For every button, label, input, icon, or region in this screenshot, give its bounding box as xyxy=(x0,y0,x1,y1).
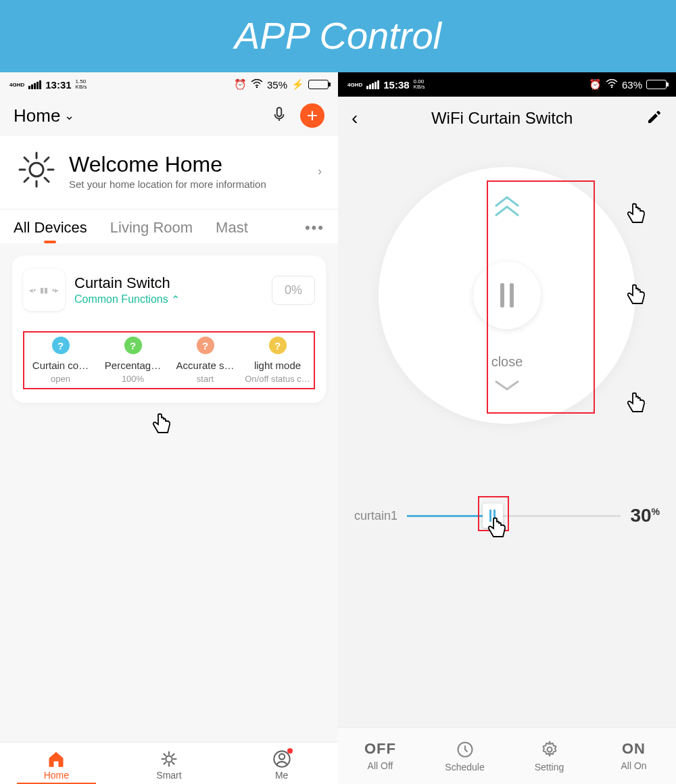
device-card[interactable]: ◂•▮▮•▸ Curtain Switch Common Functions⌃ … xyxy=(12,255,326,403)
battery-icon xyxy=(308,80,329,89)
tab-master[interactable]: Mast xyxy=(216,219,248,237)
page-title: WiFi Curtain Switch xyxy=(431,109,573,128)
status-bar: 4GHD 15:38 0.00KB/s ⏰ 63% xyxy=(338,72,676,97)
percent-badge[interactable]: 0% xyxy=(272,276,315,305)
nav-smart[interactable]: Smart xyxy=(113,743,226,784)
back-button[interactable]: ‹ xyxy=(352,107,358,129)
battery-percent: 63% xyxy=(622,79,642,91)
svg-line-7 xyxy=(24,157,28,162)
slider-percent: 30% xyxy=(630,505,660,526)
highlight-box xyxy=(487,180,595,414)
more-tabs-icon[interactable]: ••• xyxy=(305,219,324,237)
svg-line-10 xyxy=(24,178,28,182)
welcome-sub: Set your home location for more informat… xyxy=(69,178,318,190)
svg-point-22 xyxy=(611,86,612,87)
mic-icon[interactable] xyxy=(270,105,288,126)
svg-point-2 xyxy=(30,163,43,176)
curtain-slider[interactable] xyxy=(407,515,621,517)
tab-all-devices[interactable]: All Devices xyxy=(14,219,87,237)
svg-point-11 xyxy=(166,756,172,762)
svg-line-19 xyxy=(164,762,166,764)
device-thumbnail: ◂•▮▮•▸ xyxy=(23,269,65,311)
status-time: 13:31 xyxy=(45,79,71,91)
svg-rect-1 xyxy=(277,107,282,116)
device-control-screen: 4GHD 15:38 0.00KB/s ⏰ 63% ‹ WiFi Curtain… xyxy=(338,72,676,784)
weather-card[interactable]: Welcome Home Set your home location for … xyxy=(0,136,338,210)
setting-button[interactable]: Setting xyxy=(507,740,592,773)
chevron-up-icon: ⌃ xyxy=(171,293,180,306)
tap-hand-icon xyxy=(147,411,174,438)
sun-icon xyxy=(16,149,57,193)
battery-icon xyxy=(646,80,667,89)
svg-line-8 xyxy=(45,178,49,182)
function-percentage[interactable]: ?Percentag…100% xyxy=(97,337,169,384)
functions-row: ?Curtain co…open ?Percentag…100% ?Accura… xyxy=(23,331,315,389)
svg-point-21 xyxy=(279,754,285,759)
alarm-icon: ⏰ xyxy=(234,78,247,91)
slider-label: curtain1 xyxy=(354,509,397,523)
bottom-nav: Home Smart Me xyxy=(0,742,338,784)
schedule-button[interactable]: Schedule xyxy=(422,740,507,773)
all-off-button[interactable]: OFFAll Off xyxy=(338,740,422,773)
chevron-down-icon: ⌄ xyxy=(64,108,74,123)
chevron-right-icon: › xyxy=(318,164,322,178)
status-time: 15:38 xyxy=(383,79,409,91)
function-curtain-control[interactable]: ?Curtain co…open xyxy=(24,337,97,384)
welcome-title: Welcome Home xyxy=(69,152,318,177)
bottom-actions: OFFAll Off Schedule Setting ONAll On xyxy=(338,727,676,784)
wifi-icon xyxy=(606,79,618,91)
function-light-mode[interactable]: ?light modeOn/off status c… xyxy=(241,337,314,384)
alarm-icon: ⏰ xyxy=(589,78,602,91)
edit-icon[interactable] xyxy=(646,109,662,128)
tap-hand-icon xyxy=(622,390,649,417)
add-button[interactable]: + xyxy=(300,103,324,128)
common-functions-toggle[interactable]: Common Functions⌃ xyxy=(74,293,272,306)
notification-dot-icon xyxy=(287,748,293,754)
highlight-box xyxy=(478,496,509,531)
svg-point-0 xyxy=(256,86,258,87)
home-screen: 4GHD 13:31 1.50KB/s ⏰ 35% ⚡ Home ⌄ + xyxy=(0,72,338,784)
tap-hand-icon xyxy=(622,201,649,228)
room-tabs: All Devices Living Room Mast ••• xyxy=(0,210,338,243)
svg-line-17 xyxy=(172,762,174,764)
banner-title: APP Control xyxy=(0,0,676,72)
nav-me[interactable]: Me xyxy=(225,743,338,784)
all-on-button[interactable]: ONAll On xyxy=(592,740,676,773)
battery-percent: 35% xyxy=(267,79,287,91)
network-label: 4GHD xyxy=(9,82,24,88)
svg-point-24 xyxy=(547,748,552,752)
home-dropdown[interactable]: Home ⌄ xyxy=(14,105,74,126)
wifi-icon xyxy=(251,79,263,91)
device-title: Curtain Switch xyxy=(74,274,272,292)
function-accurate[interactable]: ?Accurate s…start xyxy=(169,337,241,384)
status-bar: 4GHD 13:31 1.50KB/s ⏰ 35% ⚡ xyxy=(0,72,338,97)
signal-icon xyxy=(366,80,379,89)
charging-icon: ⚡ xyxy=(291,78,304,91)
nav-home[interactable]: Home xyxy=(0,743,113,784)
tab-living-room[interactable]: Living Room xyxy=(110,219,193,237)
signal-icon xyxy=(28,80,41,89)
svg-line-16 xyxy=(164,754,166,756)
svg-line-9 xyxy=(45,157,49,162)
svg-line-18 xyxy=(172,754,174,756)
network-label: 4GHD xyxy=(347,82,362,88)
